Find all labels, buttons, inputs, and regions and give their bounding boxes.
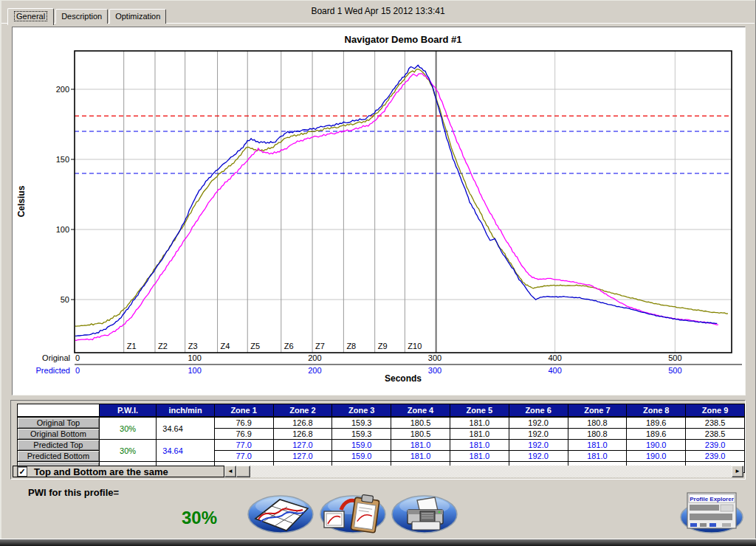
tab-general-label: General bbox=[15, 12, 47, 21]
pwi-cell: 30% bbox=[99, 440, 157, 462]
table-header-cell: Zone 3 bbox=[332, 404, 391, 418]
table-header-cell: Zone 5 bbox=[450, 404, 509, 418]
svg-text:200: 200 bbox=[56, 85, 69, 94]
svg-text:Z1: Z1 bbox=[127, 342, 137, 350]
zone-value-cell[interactable]: 181.0 bbox=[450, 451, 509, 462]
zone-value-cell: 238.5 bbox=[686, 429, 745, 440]
table-header-cell: inch/min bbox=[157, 404, 214, 418]
table-header-row: P.W.I.inch/minZone 1Zone 2Zone 3Zone 4Zo… bbox=[18, 404, 745, 418]
view-graph-button[interactable] bbox=[247, 491, 315, 534]
tab-description-label: Description bbox=[61, 12, 102, 21]
zone-value-cell: 159.3 bbox=[332, 429, 391, 440]
table-header-cell: P.W.I. bbox=[99, 404, 157, 418]
zone-value-cell[interactable]: 159.0 bbox=[332, 440, 391, 451]
zone-value-cell[interactable]: 127.0 bbox=[273, 440, 332, 451]
zone-value-cell: 180.8 bbox=[568, 417, 627, 429]
svg-text:Z7: Z7 bbox=[315, 342, 325, 350]
zone-value-cell[interactable]: 239.0 bbox=[686, 440, 745, 451]
zone-table-panel: P.W.I.inch/minZone 1Zone 2Zone 3Zone 4Zo… bbox=[10, 400, 746, 480]
scroll-track[interactable] bbox=[250, 466, 732, 477]
zone-value-cell[interactable]: 239.0 bbox=[686, 451, 745, 462]
scroll-thumb[interactable] bbox=[236, 466, 250, 477]
zone-value-cell: 159.3 bbox=[332, 417, 391, 429]
tab-optimization[interactable]: Optimization bbox=[109, 9, 166, 24]
svg-text:200: 200 bbox=[308, 353, 321, 362]
zone-value-cell[interactable]: 159.0 bbox=[332, 451, 391, 462]
pwi-value: 30% bbox=[182, 508, 217, 528]
table-bottom-row: ✓ Top and Bottom are the same ◄ ► bbox=[13, 466, 743, 477]
zone-value-cell[interactable]: 192.0 bbox=[509, 451, 568, 462]
zone-value-cell: 181.0 bbox=[450, 417, 509, 429]
scroll-left-button[interactable]: ◄ bbox=[224, 466, 236, 477]
svg-text:400: 400 bbox=[549, 353, 562, 362]
zone-value-cell: 76.9 bbox=[214, 429, 273, 440]
svg-text:Z5: Z5 bbox=[250, 342, 260, 350]
svg-text:Z6: Z6 bbox=[284, 342, 294, 350]
zone-value-cell[interactable]: 181.0 bbox=[450, 440, 509, 451]
copy-to-clipboard-button[interactable] bbox=[319, 491, 387, 534]
svg-text:0: 0 bbox=[75, 366, 80, 375]
svg-text:150: 150 bbox=[56, 155, 69, 164]
zone-value-cell: 76.9 bbox=[214, 417, 273, 429]
zone-boundary-lines bbox=[124, 51, 676, 353]
table-header-cell: Zone 2 bbox=[273, 404, 332, 418]
zone-value-cell[interactable]: 77.0 bbox=[214, 451, 273, 462]
table-header-cell: Zone 7 bbox=[568, 404, 627, 418]
row-label-cell: Predicted Bottom bbox=[18, 451, 100, 462]
svg-text:Z10: Z10 bbox=[408, 342, 422, 350]
table-header-cell: Zone 4 bbox=[391, 404, 450, 418]
window-bottom-strip bbox=[0, 539, 756, 546]
print-button[interactable] bbox=[391, 491, 458, 534]
tab-optimization-label: Optimization bbox=[115, 12, 160, 21]
zone-value-cell[interactable]: 181.0 bbox=[568, 451, 627, 462]
profile-explorer-label: Profile Explorer bbox=[690, 496, 734, 502]
row-label-cell: Original Top bbox=[18, 417, 100, 429]
zone-value-cell[interactable]: 181.0 bbox=[391, 440, 450, 451]
table-header-cell: Zone 9 bbox=[686, 404, 745, 418]
svg-text:100: 100 bbox=[188, 366, 201, 375]
svg-text:300: 300 bbox=[428, 353, 441, 362]
zone-value-cell: 180.8 bbox=[568, 429, 627, 440]
svg-text:300: 300 bbox=[428, 366, 441, 375]
zone-value-cell[interactable]: 127.0 bbox=[273, 451, 332, 462]
speed-cell: 34.64 bbox=[157, 417, 214, 440]
top-bottom-same-label: Top and Bottom are the same bbox=[34, 466, 168, 477]
x-axis-original: Original0100200300400500 bbox=[42, 353, 681, 362]
svg-text:Original: Original bbox=[42, 353, 70, 362]
zone-value-cell: 189.6 bbox=[627, 429, 686, 440]
zone-value-cell[interactable]: 181.0 bbox=[568, 440, 627, 451]
zone-value-cell[interactable]: 190.0 bbox=[627, 451, 686, 462]
spec-lines bbox=[75, 116, 732, 173]
zone-value-cell: 192.0 bbox=[509, 429, 568, 440]
table-header-cell: Zone 8 bbox=[627, 404, 686, 418]
h-gridlines bbox=[75, 89, 732, 300]
zone-table: P.W.I.inch/minZone 1Zone 2Zone 3Zone 4Zo… bbox=[17, 404, 745, 473]
zone-value-cell[interactable]: 77.0 bbox=[214, 440, 273, 451]
row-label-cell: Predicted Top bbox=[18, 440, 100, 451]
svg-text:100: 100 bbox=[188, 353, 201, 362]
zone-value-cell[interactable]: 181.0 bbox=[391, 451, 450, 462]
zone-value-cell: 126.8 bbox=[273, 429, 332, 440]
tab-general[interactable]: General bbox=[7, 8, 54, 25]
tab-description[interactable]: Description bbox=[55, 9, 108, 24]
table-header-cell: Zone 1 bbox=[214, 404, 273, 418]
speed-cell[interactable]: 34.64 bbox=[157, 440, 214, 462]
zone-value-cell[interactable]: 192.0 bbox=[509, 440, 568, 451]
table-row: Original Top30%34.6476.9126.8159.3180.51… bbox=[18, 417, 745, 429]
profile-explorer-button[interactable]: Profile Explorer bbox=[679, 489, 744, 535]
svg-text:500: 500 bbox=[668, 366, 681, 375]
svg-text:500: 500 bbox=[668, 353, 681, 362]
series-original-bottom bbox=[75, 74, 718, 340]
zone-value-cell: 238.5 bbox=[686, 417, 745, 429]
top-bottom-same-checkbox[interactable]: ✓ bbox=[17, 466, 27, 477]
svg-text:Z4: Z4 bbox=[221, 342, 230, 350]
table-header-corner bbox=[18, 404, 100, 418]
row-label-cell: Original Bottom bbox=[18, 429, 100, 440]
zone-value-cell[interactable]: 190.0 bbox=[627, 440, 686, 451]
svg-text:0: 0 bbox=[75, 353, 80, 362]
svg-text:Z9: Z9 bbox=[378, 342, 388, 350]
zone-value-cell: 126.8 bbox=[273, 417, 332, 429]
chart-title: Navigator Demo Board #1 bbox=[345, 34, 462, 45]
svg-text:50: 50 bbox=[61, 295, 69, 304]
scroll-right-button[interactable]: ► bbox=[732, 466, 743, 477]
